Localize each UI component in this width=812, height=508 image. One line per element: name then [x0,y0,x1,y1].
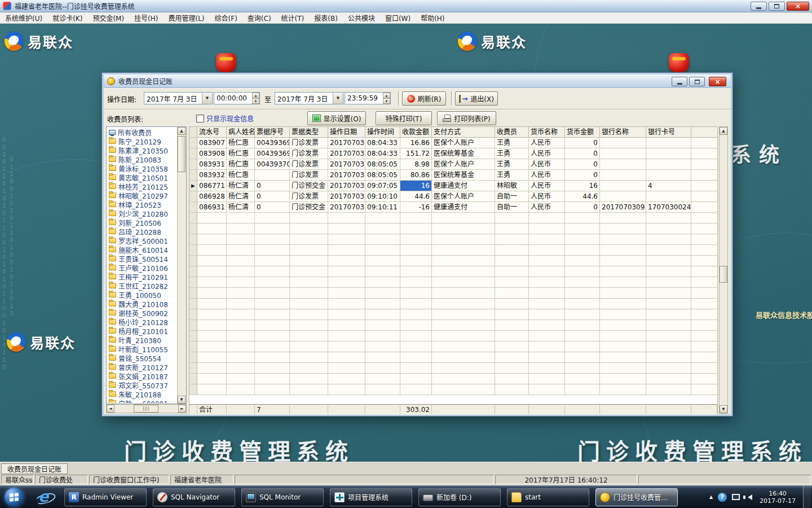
cell[interactable] [227,299,255,309]
cell[interactable] [290,320,328,331]
column-header[interactable]: 货币金额 [565,127,600,138]
tree-item[interactable]: 叶新彪_110055 [107,344,177,353]
cell[interactable]: 王勇 [495,148,529,159]
cell[interactable] [255,320,290,331]
cell[interactable] [495,320,529,331]
tree-item[interactable]: 罗志祥_500001 [107,236,177,245]
cell[interactable] [365,234,400,245]
refresh-button[interactable]: ↻ 刷新(R) [402,91,446,106]
window-minimize-button[interactable] [751,2,767,11]
cell[interactable]: 自助一 [495,202,529,213]
cell[interactable] [400,331,432,341]
tree-item[interactable]: 林昭敏_210297 [107,191,177,200]
tree-item[interactable]: 王贵珠_500514 [107,254,177,263]
cell[interactable]: 20170703 [328,159,365,170]
cell[interactable]: 00439370 [255,159,290,170]
taskbar-button[interactable]: 新加卷 (D:) [418,488,501,506]
cell[interactable] [646,384,691,395]
cell[interactable]: 0 [565,170,600,181]
cell[interactable] [255,224,290,234]
cell[interactable] [646,138,691,148]
cell[interactable] [646,148,691,159]
table-row[interactable] [189,234,717,245]
tree-item[interactable]: 叶青_210380 [107,335,177,344]
scroll-down-icon[interactable]: ▼ [178,396,186,404]
cell[interactable]: 医保个人账户 [432,191,495,202]
cell[interactable] [290,309,328,320]
tree-item[interactable]: 林璋_210523 [107,200,177,209]
cell[interactable] [227,256,255,266]
cell[interactable] [565,309,600,320]
cell[interactable] [600,384,646,395]
cell[interactable]: 杨仁惠 [227,170,255,181]
cell[interactable]: 20170703 [328,148,365,159]
cell[interactable] [255,245,290,256]
cell[interactable] [432,352,495,363]
cell[interactable] [365,352,400,363]
cell[interactable] [365,309,400,320]
column-header[interactable]: 支付方式 [432,127,495,138]
cell[interactable] [646,266,691,277]
table-row[interactable] [189,266,717,277]
dialog-minimize-button[interactable] [672,77,687,86]
tree-item[interactable]: 曾铭_550554 [107,353,177,362]
cell[interactable]: 杨仁清 [227,202,255,213]
cell[interactable] [495,374,529,384]
cell[interactable] [600,213,646,224]
cell[interactable] [646,374,691,384]
cell[interactable]: 人民币 [529,181,565,191]
cell[interactable]: 08:05:05 [365,159,400,170]
table-row[interactable]: ▶086771杨仁清0门诊预交金2017070309:07:0516健康通支付林… [189,181,717,191]
cell[interactable] [432,266,495,277]
scroll-left-icon[interactable]: ◄ [107,405,114,413]
cell[interactable] [255,288,290,299]
spin-up-icon[interactable]: ▲ [383,93,390,98]
cell[interactable] [290,256,328,266]
cell[interactable]: 0 [565,202,600,213]
cell[interactable] [565,331,600,341]
cell[interactable]: 08:04:33 [365,138,400,148]
table-row[interactable] [189,256,717,266]
cell[interactable] [646,245,691,256]
table-row[interactable]: 083932杨仁惠门诊发票2017070308:05:0580.86医保统筹基金… [189,170,717,181]
column-header[interactable]: 操作日期 [328,127,365,138]
cell[interactable] [255,331,290,341]
cell[interactable] [400,288,432,299]
table-row[interactable]: 083907杨仁惠00439369门诊发票2017070308:04:3316.… [189,138,717,148]
cell[interactable]: 人民币 [529,191,565,202]
cell[interactable] [365,277,400,288]
menu-item-7[interactable]: 查询(C) [242,12,276,23]
cell[interactable] [646,277,691,288]
spin-down-icon[interactable]: ▼ [383,98,390,104]
cell[interactable]: 08:05:05 [365,170,400,181]
cell[interactable] [227,374,255,384]
cell[interactable] [600,288,646,299]
cell[interactable] [600,341,646,352]
cell[interactable]: 0 [565,148,600,159]
cell[interactable] [255,309,290,320]
cell[interactable]: 杨仁清 [227,181,255,191]
time-from-spinner[interactable]: 00:00:00 ▲ ▼ [214,92,260,104]
cell[interactable] [600,266,646,277]
cell[interactable] [197,341,227,352]
taskbar-button[interactable]: 门诊挂号收费管... [595,488,678,506]
cell[interactable] [600,299,646,309]
column-header[interactable]: 货币名称 [529,127,565,138]
cell[interactable] [290,352,328,363]
cell[interactable] [197,331,227,341]
cell[interactable] [255,299,290,309]
cell[interactable] [432,256,495,266]
cell[interactable]: 王勇 [495,159,529,170]
cell[interactable]: 20170703 [328,170,365,181]
cell[interactable] [495,234,529,245]
table-row[interactable]: 086928杨仁清0门诊发票2017070309:10:1044.6医保个人账户… [189,191,717,202]
cell[interactable] [529,256,565,266]
cell[interactable] [197,277,227,288]
cell[interactable]: 086928 [197,191,227,202]
cell[interactable] [600,320,646,331]
cell[interactable]: 医保统筹基金 [432,148,495,159]
cell[interactable] [432,234,495,245]
cell[interactable] [400,363,432,374]
table-row[interactable] [189,341,717,352]
cell[interactable] [495,288,529,299]
